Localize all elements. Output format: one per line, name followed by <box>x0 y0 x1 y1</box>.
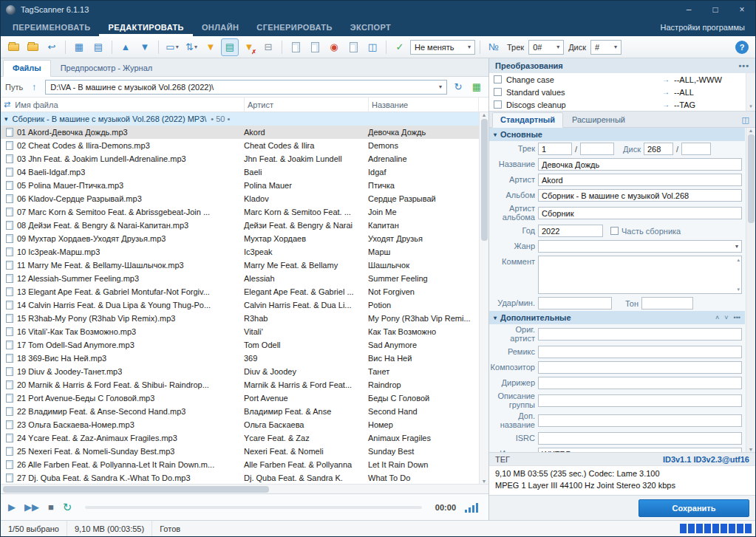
genre-select[interactable]: ▾ <box>538 240 742 253</box>
menu-item[interactable]: ПЕРЕИМЕНОВАТЬ <box>4 18 99 36</box>
table-row[interactable]: 12 Alessiah-Summer Feeling.mp3AlessiahSu… <box>1 272 479 285</box>
table-row[interactable]: 26 Alle Farben Feat. & Pollyanna-Let It … <box>1 458 479 471</box>
table-row[interactable]: 11 Marry Me Feat. & Bellamy-Шашлычок.mp3… <box>1 259 479 272</box>
table-row[interactable]: 20 Marnik & Harris & Ford Feat. & Shibui… <box>1 378 479 391</box>
stop-icon[interactable]: ■ <box>48 502 54 513</box>
checkbox[interactable] <box>494 88 502 96</box>
field-input[interactable] <box>538 346 742 358</box>
table-row[interactable]: 13 Elegant Ape Feat. & Gabriel Montufar-… <box>1 285 479 298</box>
menu-item[interactable]: ОНЛАЙН <box>193 18 248 36</box>
scroll-down-icon[interactable]: ▼ <box>749 447 754 452</box>
section-down-icon[interactable]: ˅ <box>724 314 728 321</box>
apply-mode-icon[interactable]: ✓ <box>391 38 409 56</box>
table-row[interactable]: 21 Port Avenue-Беды С Головой.mp3Port Av… <box>1 391 479 405</box>
columns-icon[interactable]: ◫ <box>364 38 381 56</box>
disc-format-select[interactable]: # ▾ <box>590 40 622 55</box>
table-row[interactable]: 22 Владимир Feat. & Anse-Second Hand.mp3… <box>1 405 479 418</box>
table-row[interactable]: 24 Ycare Feat. & Zaz-Animaux Fragiles.mp… <box>1 431 479 445</box>
transform-row[interactable]: Standard values→--ALL <box>489 86 745 98</box>
scrollbar-thumb[interactable] <box>3 486 269 493</box>
table-row[interactable]: 02 Cheat Codes & Ilira-Demons.mp3Cheat C… <box>1 139 479 152</box>
horizontal-scrollbar[interactable] <box>1 484 488 493</box>
table-row[interactable]: 04 Baeli-Idgaf.mp3BaeliIdgaf <box>1 165 479 179</box>
section-up-icon[interactable]: ˄ <box>715 314 719 321</box>
field-input[interactable] <box>538 394 742 407</box>
scroll-up-icon[interactable]: ▲ <box>749 128 754 133</box>
column-title[interactable]: Название <box>369 98 479 112</box>
playlist-icon[interactable]: ▤ <box>221 38 239 56</box>
tab-preview-log[interactable]: Предпросмотр - Журнал <box>52 61 162 76</box>
menu-item[interactable]: СГЕНЕРИРОВАТЬ <box>248 18 341 36</box>
scroll-up-icon[interactable]: ▴ <box>737 257 740 263</box>
comment-textarea[interactable]: ▴ ▾ <box>538 256 742 294</box>
volume-icon[interactable] <box>465 502 478 513</box>
maximize-button[interactable]: □ <box>702 1 729 18</box>
scrollbar-thumb[interactable] <box>481 119 488 241</box>
section-main-header[interactable]: ▾ Основные <box>489 128 745 141</box>
save-button[interactable]: Сохранить <box>638 499 749 517</box>
clear-filter-icon[interactable]: ▼✗ <box>240 38 258 56</box>
vertical-scrollbar[interactable]: ▲ ▼ <box>479 112 488 484</box>
transforms-menu-icon[interactable]: ••• <box>738 61 749 70</box>
table-row[interactable]: 18 369-Вис На Ней.mp3369Вис На Ней <box>1 352 479 365</box>
year-input[interactable] <box>538 225 603 237</box>
table-row[interactable]: 15 R3hab-My Pony (R3hab Vip Remix).mp3R3… <box>1 312 479 325</box>
transform-row[interactable]: Change case→--ALL,-WWW <box>489 73 745 86</box>
table-row[interactable]: 05 Polina Mauer-Птичка.mp3Polina MauerПт… <box>1 179 479 192</box>
seek-bar[interactable] <box>85 506 421 509</box>
column-filename[interactable]: ⇄ Имя файла <box>1 98 245 112</box>
help-icon[interactable]: ? <box>735 41 749 54</box>
section-additional-header[interactable]: ▾ Дополнительные ˄ ˅ ••• <box>489 311 745 324</box>
field-input[interactable] <box>538 448 742 452</box>
table-row[interactable]: 09 Мухтар Хордаев-Уходят Друзья.mp3Мухта… <box>1 232 479 245</box>
add-files-icon[interactable] <box>4 38 22 56</box>
doc-import-icon[interactable] <box>344 38 362 56</box>
table-row[interactable]: 17 Tom Odell-Sad Anymore.mp3Tom OdellSad… <box>1 338 479 352</box>
compilation-checkbox[interactable] <box>610 227 619 235</box>
select-tool-icon[interactable]: ▭▾ <box>163 38 181 56</box>
play-icon[interactable]: ▶ <box>8 502 16 513</box>
collapse-icon[interactable]: ▾ <box>4 115 8 123</box>
browse-icon[interactable]: ▦ <box>469 80 484 95</box>
checkbox[interactable] <box>494 75 502 83</box>
minimize-button[interactable]: – <box>675 1 702 18</box>
path-input[interactable]: D:\VA - В машине с музыкой Vol.268 (2022… <box>45 80 447 95</box>
doc-run-icon[interactable] <box>287 38 304 56</box>
compact-view-icon[interactable]: ▤ <box>89 38 107 56</box>
transform-row[interactable]: Discogs cleanup→--TAG <box>489 98 745 111</box>
track-format-select[interactable]: 0# ▾ <box>528 40 564 55</box>
tab-files[interactable]: Файлы <box>3 60 51 77</box>
album-input[interactable] <box>538 189 742 202</box>
program-settings-link[interactable]: Настройки программы <box>650 18 755 36</box>
table-row[interactable]: 10 Ic3peak-Марш.mp3Ic3peakМарш <box>1 245 479 259</box>
table-row[interactable]: 07 Marc Korn & Semitoo Feat. & Abrissgeb… <box>1 205 479 219</box>
scroll-up-icon[interactable]: ▲ <box>482 112 487 117</box>
table-row[interactable]: 06 Kladov-Сердце Разрывай.mp3KladovСердц… <box>1 192 479 205</box>
table-row[interactable]: 16 Vitali'-Как Так Возможно.mp3Vitali'Ка… <box>1 325 479 338</box>
shuffle-icon[interactable]: ⇄ <box>4 100 10 109</box>
field-input[interactable] <box>538 361 742 374</box>
folder-up-icon[interactable]: ↑ <box>27 80 41 95</box>
tab-standard[interactable]: Стандартный <box>492 112 563 128</box>
field-input[interactable] <box>538 377 742 389</box>
refresh-icon[interactable]: ↻ <box>451 80 466 95</box>
track-input[interactable] <box>538 143 572 155</box>
table-row[interactable]: 08 Дейзи Feat. & Bengry & Narai-Капитан.… <box>1 219 479 232</box>
field-input[interactable] <box>538 414 742 427</box>
undo-icon[interactable]: ↩ <box>43 38 61 56</box>
menu-item[interactable]: ЭКСПОРТ <box>341 18 401 36</box>
artist-input[interactable] <box>538 174 742 186</box>
filter-icon[interactable]: ▼ <box>202 38 219 56</box>
panel-layout-icon[interactable]: ◫ <box>739 115 752 127</box>
track-total-input[interactable] <box>580 143 614 155</box>
table-row[interactable]: 25 Nexeri Feat. & Nomeli-Sunday Best.mp3… <box>1 445 479 458</box>
table-row[interactable]: 03 Jhn Feat. & Joakim Lundell-Adrenaline… <box>1 152 479 165</box>
add-folder-icon[interactable] <box>24 38 41 56</box>
doc-export-icon[interactable] <box>306 38 324 56</box>
scrollbar-thumb[interactable] <box>748 134 755 223</box>
web-tags-icon[interactable]: ◉ <box>325 38 343 56</box>
scroll-down-icon[interactable]: ▼ <box>482 479 487 484</box>
table-row[interactable]: 01 Akord-Девочка Дождь.mp3AkordДевочка Д… <box>1 126 479 139</box>
scroll-down-icon[interactable]: ▾ <box>737 287 740 293</box>
move-up-icon[interactable]: ▲ <box>117 38 134 56</box>
